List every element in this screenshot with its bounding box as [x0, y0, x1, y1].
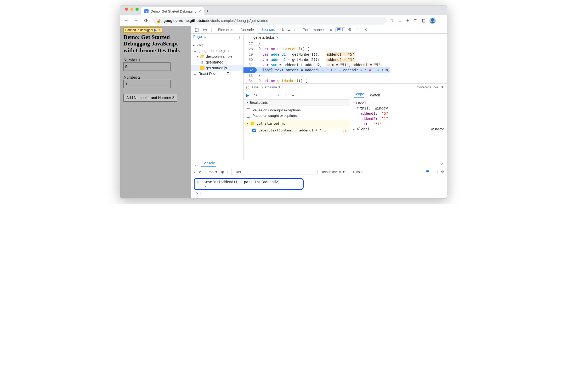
- back-button[interactable]: ←: [123, 18, 129, 23]
- breakpoint-file[interactable]: ▼🟨get-started.js: [243, 120, 350, 127]
- maximize-window-icon[interactable]: [135, 8, 139, 11]
- navigator-menu-icon[interactable]: ⋮: [237, 35, 241, 39]
- forward-button: →: [133, 18, 139, 23]
- tree-folder[interactable]: ▼📁devtools-sample: [191, 54, 243, 59]
- step-button[interactable]: →·: [276, 93, 281, 97]
- url-path: /devtools-samples/debug-js/get-started: [205, 19, 268, 23]
- console-sidebar-icon[interactable]: ▸: [194, 170, 196, 174]
- console-settings-icon[interactable]: ⚙: [441, 170, 444, 174]
- toggle-navigator-icon[interactable]: ⟸: [246, 35, 251, 39]
- close-drawer-icon[interactable]: ✕: [441, 162, 444, 166]
- log-levels-selector[interactable]: Default levels ▼: [321, 170, 345, 174]
- console-issue-button[interactable]: 1: [424, 170, 434, 174]
- paused-badge: Paused in debugger ▶ ↷: [123, 27, 162, 33]
- add-button[interactable]: Add Number 1 and Number 2: [123, 94, 177, 102]
- num2-label: Number 2: [123, 75, 188, 80]
- tab-scope[interactable]: Scope: [354, 92, 364, 98]
- console-prompt[interactable]: [194, 190, 444, 196]
- console-highlight: parseInt(addend1) + parseInt(addend2) 6: [194, 178, 304, 190]
- tab-console[interactable]: Console: [237, 26, 257, 33]
- more-tabs-icon[interactable]: »: [328, 28, 334, 32]
- num1-label: Number 1: [123, 58, 188, 62]
- tree-file-html[interactable]: 🗎get-started: [191, 59, 243, 65]
- close-tab-icon[interactable]: ×: [199, 9, 201, 13]
- share-icon[interactable]: ⇪: [390, 18, 394, 23]
- resume-icon[interactable]: ▶: [154, 28, 157, 32]
- live-expr-icon[interactable]: ◉: [221, 170, 224, 174]
- page-title: Demo: Get Started Debugging JavaScript w…: [123, 34, 188, 54]
- address-bar: ← → ⟳ 🔒 googlechrome.github.io/devtools-…: [120, 15, 447, 26]
- tab-watch[interactable]: Watch: [370, 93, 380, 97]
- labs-icon[interactable]: ⚗: [413, 18, 417, 23]
- scope-panel: ▼Local ▶this: Window addend1: "5" addend…: [350, 99, 447, 150]
- editor-status-bar: { } Line 32, Column 3 Coverage: n/a▼: [243, 83, 447, 91]
- console-drawer: ⋮ Console ✕ ▸ ⊘ | top ▼ ◉ | Default leve…: [191, 160, 447, 198]
- context-selector[interactable]: top ▼: [209, 170, 218, 174]
- code-editor[interactable]: 27} 28function updateLabel() { 29 var ad…: [243, 41, 447, 83]
- tab-strip: ◼ Demo: Get Started Debugging × + ⌄: [120, 5, 447, 15]
- rendered-page: Paused in debugger ▶ ↷ Demo: Get Started…: [120, 26, 191, 198]
- tab-sources[interactable]: Sources: [258, 26, 278, 33]
- tab-title: Demo: Get Started Debugging: [151, 9, 196, 13]
- num1-input[interactable]: [123, 62, 171, 71]
- breakpoint-line[interactable]: label.textContent = addend1 + ' …32: [243, 127, 350, 134]
- tree-extension[interactable]: ☁React Developer To: [191, 71, 243, 77]
- tree-domain[interactable]: ☁googlechrome.gith: [191, 48, 243, 54]
- num2-input[interactable]: [123, 80, 171, 88]
- file-tab[interactable]: get-started.js ×: [253, 35, 278, 39]
- tab-performance[interactable]: Performance: [300, 26, 327, 33]
- extensions-icon[interactable]: ✦: [406, 18, 409, 23]
- tree-top[interactable]: ▶▫top: [191, 42, 243, 48]
- breakpoints-header[interactable]: ▼Breakpoints: [243, 99, 350, 106]
- browser-menu-icon[interactable]: ⋮: [440, 18, 444, 23]
- drawer-menu-icon[interactable]: ⋮: [194, 162, 197, 166]
- deactivate-bp-button[interactable]: ⌁: [292, 93, 294, 98]
- console-input-line: parseInt(addend1) + parseInt(addend2): [197, 180, 300, 184]
- close-window-icon[interactable]: [125, 8, 128, 11]
- bookmark-icon[interactable]: ☆: [398, 18, 402, 23]
- tabs-dropdown-icon[interactable]: ⌄: [439, 9, 445, 15]
- inspect-icon[interactable]: ⬚: [193, 27, 200, 32]
- step-over-button[interactable]: ↷: [254, 93, 257, 98]
- reload-button[interactable]: ⟳: [143, 18, 149, 24]
- new-tab-button[interactable]: +: [206, 8, 209, 15]
- drawer-tab-console[interactable]: Console: [201, 161, 216, 167]
- coverage-label: Coverage: n/a: [417, 85, 438, 89]
- sources-navigator: Page » ⋮ ▶▫top ☁googlechrome.gith ▼📁devt…: [191, 34, 243, 160]
- device-icon[interactable]: ▭: [201, 27, 208, 32]
- resume-button[interactable]: ▶: [246, 93, 249, 98]
- settings-icon[interactable]: ⚙: [346, 27, 353, 32]
- close-file-icon[interactable]: ×: [276, 35, 278, 39]
- profile-avatar[interactable]: 👤: [429, 18, 436, 24]
- browser-tab[interactable]: ◼ Demo: Get Started Debugging ×: [141, 7, 204, 15]
- devtools: ⬚ ▭ | Elements Console Sources Network P…: [191, 26, 447, 198]
- step-into-button[interactable]: ↓: [262, 93, 264, 97]
- tab-elements[interactable]: Elements: [215, 26, 236, 33]
- step-over-icon[interactable]: ↷: [158, 28, 160, 32]
- minimize-window-icon[interactable]: [130, 8, 133, 11]
- cursor-position: Line 32, Column 3: [252, 85, 280, 89]
- favicon-icon: ◼: [144, 9, 149, 13]
- url-host: googlechrome.github.io: [163, 19, 205, 23]
- pause-caught-checkbox[interactable]: Pause on caught exceptions: [247, 113, 347, 118]
- clear-console-icon[interactable]: ⊘: [199, 170, 202, 174]
- pause-uncaught-checkbox[interactable]: Pause on uncaught exceptions: [247, 107, 347, 113]
- paused-label: Paused in debugger: [125, 28, 153, 32]
- close-devtools-icon[interactable]: ✕: [362, 27, 369, 32]
- step-out-button[interactable]: ↑: [269, 93, 271, 97]
- lock-icon: 🔒: [156, 19, 161, 23]
- console-filter-input[interactable]: [231, 169, 317, 175]
- issues-button[interactable]: 1: [335, 27, 345, 32]
- kebab-icon[interactable]: ⋮: [354, 27, 361, 32]
- debug-toolbar: ▶ ↷ ↓ ↑ →· | ⌁: [243, 91, 350, 99]
- navigator-more-icon[interactable]: »: [204, 35, 206, 39]
- console-output-line: 6: [197, 184, 300, 188]
- tree-file-js[interactable]: 🟨get-started.js: [191, 65, 243, 71]
- status-menu-icon[interactable]: ▼: [441, 85, 444, 89]
- url-input[interactable]: 🔒 googlechrome.github.io/devtools-sample…: [153, 17, 387, 25]
- navigator-tab-page[interactable]: Page: [193, 34, 202, 40]
- tab-network[interactable]: Network: [279, 26, 298, 33]
- sidepanel-icon[interactable]: ◧: [421, 18, 425, 23]
- devtools-tabs: ⬚ ▭ | Elements Console Sources Network P…: [191, 26, 447, 34]
- window-controls: [122, 8, 141, 13]
